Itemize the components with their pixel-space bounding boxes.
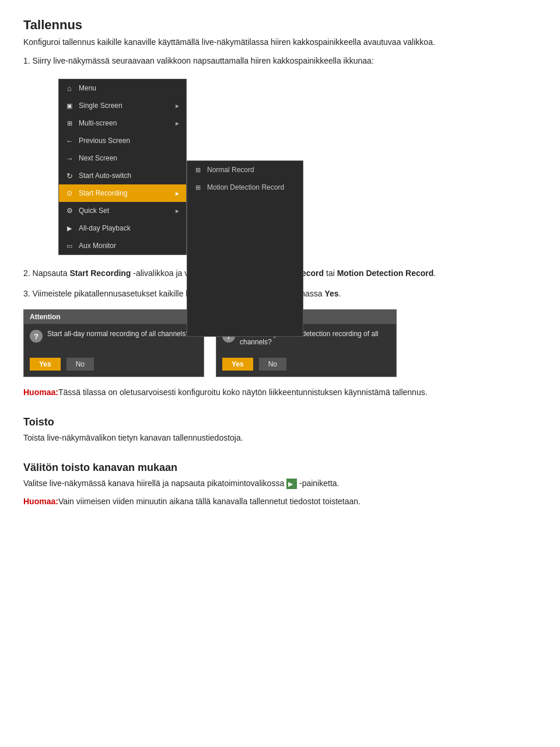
prev-screen-icon bbox=[65, 136, 74, 145]
toisto-intro: Toista live-näkymävalikon tietyn kanavan… bbox=[23, 432, 537, 444]
attention-buttons-motion: Yes No bbox=[216, 353, 396, 376]
toisto-title: Toisto bbox=[23, 416, 537, 428]
note1-label: Huomaa: bbox=[23, 388, 58, 397]
attention-yes-motion[interactable]: Yes bbox=[222, 358, 253, 371]
menu-item-menu: Menu bbox=[59, 79, 186, 97]
play-icon-inline bbox=[286, 479, 297, 489]
menu-item-start-auto-switch: Start Auto-switch bbox=[59, 167, 186, 184]
attention-header-normal: Attention bbox=[24, 310, 204, 324]
attention-text-normal: Start all-day normal recording of all ch… bbox=[47, 330, 190, 338]
note1-text: Tässä tilassa on oletusarvoisesti konfig… bbox=[58, 388, 428, 397]
start-recording-icon bbox=[65, 189, 74, 198]
auto-switch-icon bbox=[65, 171, 74, 180]
step2-period: . bbox=[433, 268, 436, 278]
note1-paragraph: Huomaa:Tässä tilassa on oletusarvoisesti… bbox=[23, 386, 537, 399]
attention-yes-normal[interactable]: Yes bbox=[30, 358, 61, 371]
page-container: Tallennus Konfiguroi tallennus kaikille … bbox=[23, 18, 537, 508]
menu-item-aux-monitor: Aux Monitor bbox=[59, 237, 186, 254]
attention-dialog-normal: Attention ? Start all-day normal recordi… bbox=[23, 309, 204, 377]
menu-item-next-screen: Next Screen bbox=[59, 149, 186, 167]
menu-item-all-day-playback: All-day Playback bbox=[59, 219, 186, 237]
step2-bold: Start Recording bbox=[69, 268, 131, 278]
home-icon bbox=[65, 83, 74, 93]
context-menu-illustration: Menu Single Screen ► Multi-screen ► Prev… bbox=[58, 79, 350, 255]
submenu-normal-record: Normal Record bbox=[187, 161, 303, 179]
context-menu: Menu Single Screen ► Multi-screen ► Prev… bbox=[58, 79, 187, 255]
menu-item-quick-set: Quick Set ► bbox=[59, 202, 186, 219]
page-title: Tallennus bbox=[23, 18, 537, 33]
note2-text: Vain viimeisen viiden minuutin aikana tä… bbox=[58, 497, 360, 506]
toisto-section: Toisto Toista live-näkymävalikon tietyn … bbox=[23, 416, 537, 508]
tallennus-section: Tallennus Konfiguroi tallennus kaikille … bbox=[23, 18, 537, 399]
multi-screen-icon bbox=[65, 118, 74, 128]
attention-no-normal[interactable]: No bbox=[66, 358, 94, 371]
step2-post: tai bbox=[324, 268, 337, 278]
section3-text: Valitse live-näkymässä kanava hiirellä j… bbox=[23, 479, 284, 488]
step3-bold: Yes bbox=[324, 289, 338, 298]
step2-label: 2. bbox=[23, 268, 30, 278]
attention-buttons-normal: Yes No bbox=[24, 353, 204, 376]
aux-monitor-icon bbox=[65, 241, 74, 250]
note2-paragraph: Huomaa:Vain viimeisen viiden minuutin ai… bbox=[23, 495, 537, 508]
valitön-toisto-text: Valitse live-näkymässä kanava hiirellä j… bbox=[23, 477, 537, 490]
menu-item-start-recording: Start Recording ► bbox=[59, 184, 186, 202]
note2-label: Huomaa: bbox=[23, 497, 58, 506]
step1-text: Siirry live-näkymässä seuraavaan valikko… bbox=[33, 56, 374, 65]
menu-item-multi-screen: Multi-screen ► bbox=[59, 114, 186, 132]
context-submenu: Normal Record Motion Detection Record bbox=[187, 160, 303, 337]
motion-detection-icon bbox=[193, 183, 202, 192]
valitön-toisto-title: Välitön toisto kanavan mukaan bbox=[23, 462, 537, 474]
menu-item-previous-screen: Previous Screen bbox=[59, 132, 186, 149]
quick-set-icon bbox=[65, 206, 74, 215]
attention-icon-normal: ? bbox=[30, 330, 43, 343]
normal-record-icon bbox=[193, 165, 202, 174]
step1: 1. Siirry live-näkymässä seuraavaan vali… bbox=[23, 54, 537, 67]
menu-item-single-screen: Single Screen ► bbox=[59, 97, 186, 114]
step3-label: 3. bbox=[23, 289, 30, 298]
single-screen-icon bbox=[65, 101, 74, 110]
step1-label: 1. bbox=[23, 56, 30, 65]
step2-bold3: Motion Detection Record bbox=[337, 268, 434, 278]
section3-text2: -painiketta. bbox=[299, 479, 339, 488]
playback-icon bbox=[65, 224, 74, 233]
attention-body-normal: ? Start all-day normal recording of all … bbox=[24, 324, 204, 353]
submenu-motion-detection-record: Motion Detection Record bbox=[187, 179, 303, 196]
next-screen-icon bbox=[65, 153, 74, 163]
intro-text: Konfiguroi tallennus kaikille kanaville … bbox=[23, 36, 537, 48]
attention-no-motion[interactable]: No bbox=[259, 358, 286, 371]
step3-period: . bbox=[339, 289, 341, 298]
step2-pre: Napsauta bbox=[33, 268, 70, 278]
